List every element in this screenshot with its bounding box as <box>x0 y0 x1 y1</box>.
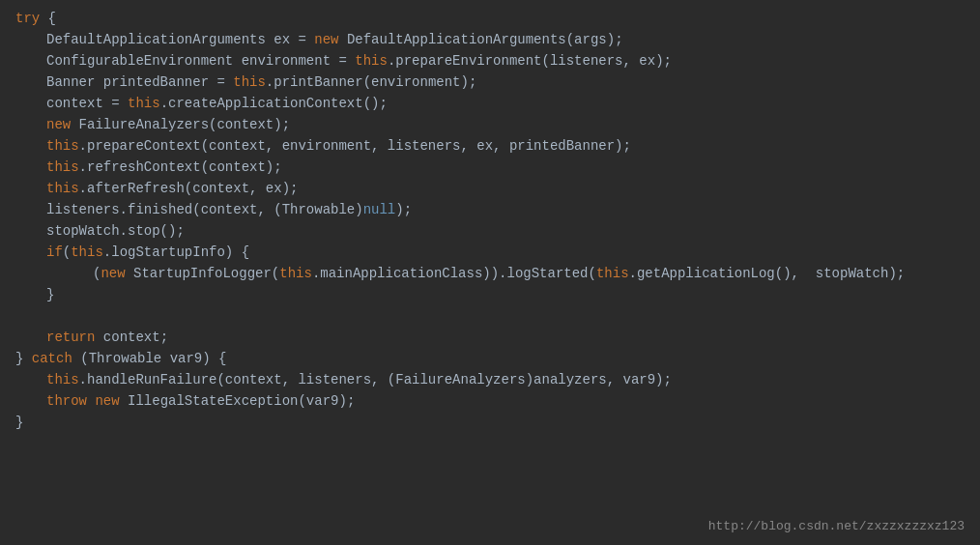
code-container: try { DefaultApplicationArguments ex = n… <box>0 0 980 545</box>
code-line-6: new FailureAnalyzers(context); <box>0 116 980 137</box>
code-line-4: Banner printedBanner = this . printBanne… <box>0 73 980 95</box>
code-line-8: this . refreshContext(context); <box>0 158 980 180</box>
code-line-3: ConfigurableEnvironment environment = th… <box>0 52 980 73</box>
code-line-13: ( new StartupInfoLogger( this .mainAppli… <box>0 265 980 286</box>
keyword-try: try <box>15 11 40 26</box>
code-line-14: } <box>0 286 980 307</box>
code-line-16: return context; <box>0 329 980 350</box>
code-line-10: listeners.finished(context, (Throwable) … <box>0 201 980 222</box>
watermark: http://blog.csdn.net/zxzzxzzzxz123 <box>708 519 965 533</box>
code-line-1: try { <box>0 10 980 31</box>
code-line-12: if ( this .logStartupInfo) { <box>0 244 980 265</box>
code-line-19: throw new IllegalStateException(var9); <box>0 392 980 414</box>
code-line-5: context = this . createApplicationContex… <box>0 95 980 116</box>
code-line-11: stopWatch. stop(); <box>0 222 980 244</box>
code-line-2: DefaultApplicationArguments ex = new Def… <box>0 31 980 52</box>
code-line-9: this . afterRefresh(context, ex); <box>0 180 980 201</box>
code-line-7: this . prepareContext(context, environme… <box>0 137 980 158</box>
code-line-20: } <box>0 414 980 435</box>
code-line-17: } catch (Throwable var9) { <box>0 350 980 371</box>
code-line-15 <box>0 307 980 329</box>
code-line-18: this .handleRunFailure(context, listener… <box>0 371 980 392</box>
